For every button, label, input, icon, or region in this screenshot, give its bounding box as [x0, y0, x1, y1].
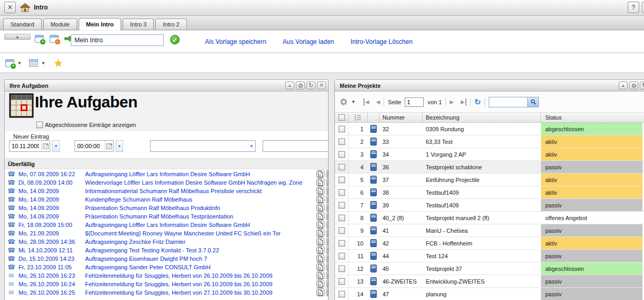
task-date-link[interactable]: Fr, 23.10.2009 11:05 [18, 264, 83, 270]
row-checkbox[interactable] [339, 126, 345, 132]
project-row[interactable]: 2 33 63,33 Test aktiv [335, 135, 644, 148]
project-book-icon[interactable] [368, 176, 379, 184]
collapse-toolbar-button[interactable]: ▲ [4, 34, 31, 40]
project-row[interactable]: 9 41 ManU - Chelsea passiv [335, 224, 644, 237]
task-date-link[interactable]: Mo, 26.10.2009 16:23 [18, 272, 83, 279]
task-document-action-icon[interactable]: x [316, 221, 324, 229]
task-date-link[interactable]: Mo, 26.10.2009 16:24 [18, 281, 83, 287]
task-description-link[interactable]: Auftragseingang Eisenhauer Dwight PM hoc… [85, 256, 207, 262]
task-document-action-icon[interactable]: x [316, 195, 324, 203]
task-document-action-icon-clipped[interactable]: x [326, 263, 329, 271]
task-date-link[interactable]: Mi, 14.10.2009 12:11 [18, 247, 83, 253]
task-document-action-icon[interactable]: x [316, 178, 324, 186]
task-document-action-icon-clipped[interactable]: x [326, 229, 329, 237]
row-checkbox[interactable] [339, 253, 345, 259]
project-row[interactable]: 6 38 Testlauf1409 aktiv [335, 186, 644, 199]
project-book-icon[interactable] [368, 290, 379, 298]
project-book-icon[interactable] [368, 138, 379, 146]
task-description-link[interactable]: Auftragseingang Löffler Lars Information… [85, 222, 250, 228]
task-description-link[interactable]: Auftragseingang Sander Peter CONSULT Gmb… [85, 264, 210, 270]
row-number-column-icon[interactable]: 123 [349, 113, 368, 122]
project-row[interactable]: 7 39 Testlauf1409 passiv [335, 199, 644, 212]
task-document-action-icon-clipped[interactable]: x [326, 254, 329, 262]
task-document-action-icon-clipped[interactable]: x [326, 288, 329, 296]
template-action-link[interactable]: Als Vorlage speichern [205, 38, 266, 46]
search-input[interactable] [489, 97, 527, 107]
task-date-link[interactable]: Mo, 14.09.2009 [18, 196, 83, 203]
task-date-link[interactable]: Mo, 14.09.2009 [18, 205, 83, 211]
new-portlet-menu-arrow-icon[interactable]: ▼ [17, 61, 22, 66]
panel-settings-gear-icon[interactable] [629, 81, 638, 89]
tab[interactable]: Standard [3, 19, 42, 30]
task-description-link[interactable]: Auftragseingang Löffler Lars Information… [85, 171, 250, 177]
project-book-icon[interactable] [368, 201, 379, 209]
task-date-link[interactable]: Mo, 21.09.2009 [18, 230, 83, 237]
row-checkbox[interactable] [339, 189, 345, 196]
project-row[interactable]: 12 45 Testprojekt 37 abgeschlossen [335, 262, 644, 275]
task-description-link[interactable]: Kundenpflege Schumann Ralf Möbelhaus [85, 196, 192, 203]
task-document-action-icon-clipped[interactable]: x [326, 170, 329, 178]
panel-collapse-icon[interactable]: ▲ [619, 81, 628, 89]
task-document-action-icon-clipped[interactable]: x [326, 246, 329, 254]
tab[interactable]: Intro 3 [123, 19, 154, 30]
row-checkbox[interactable] [339, 215, 345, 221]
task-document-action-icon[interactable]: x [316, 204, 324, 212]
project-book-icon[interactable] [368, 277, 379, 285]
tab[interactable]: Intro 2 [155, 19, 186, 30]
prev-page-icon[interactable]: ◀ [376, 98, 380, 106]
select-all-checkbox[interactable] [339, 114, 345, 121]
row-checkbox[interactable] [339, 266, 345, 272]
project-row[interactable]: 13 46-ZWEITES Entwicklung-ZWEITES passiv [335, 275, 644, 288]
row-checkbox[interactable] [339, 291, 345, 297]
favorites-star-icon[interactable]: ★ [54, 57, 63, 69]
panel-collapse-icon[interactable]: ▲ [285, 81, 294, 89]
tab[interactable]: Module [43, 19, 77, 30]
page-number-input[interactable] [405, 97, 424, 107]
task-date-link[interactable]: Mo, 14.09.2009 [18, 213, 83, 220]
home-button[interactable] [20, 3, 31, 13]
task-document-action-icon-clipped[interactable]: x [326, 238, 329, 246]
next-page-icon[interactable]: ▶ [450, 98, 454, 106]
project-book-icon[interactable] [368, 163, 379, 171]
row-checkbox[interactable] [339, 164, 345, 170]
row-checkbox[interactable] [339, 151, 345, 158]
row-checkbox[interactable] [339, 177, 345, 183]
task-description-link[interactable]: Wiedervorlage Löffler Lars Information D… [85, 179, 302, 186]
task-description-link[interactable]: Präsentation Schumann Ralf Möbelhaus Pro… [85, 205, 220, 211]
task-document-action-icon[interactable]: x [316, 238, 324, 246]
task-date-link[interactable]: Do, 15.10.2009 14:23 [18, 256, 83, 262]
help-button[interactable]: ? [628, 2, 639, 13]
task-document-action-icon[interactable]: x [316, 187, 324, 195]
category-select[interactable]: ▼ [150, 140, 256, 152]
refresh-table-icon[interactable]: ↻ [474, 98, 481, 106]
task-document-action-icon[interactable]: x [316, 212, 324, 220]
task-document-action-icon-clipped[interactable]: x [326, 178, 329, 186]
close-window-button[interactable]: × [4, 2, 16, 13]
entry-text-input[interactable] [263, 140, 329, 152]
date-input[interactable] [10, 141, 41, 151]
project-book-icon[interactable] [368, 150, 379, 158]
panel-refresh-icon[interactable]: ↻ [306, 81, 315, 89]
project-book-icon[interactable] [368, 239, 379, 247]
panel-settings-gear-icon[interactable] [296, 81, 305, 89]
search-icon[interactable] [527, 97, 538, 107]
task-description-link[interactable]: Informationsmaterial Schumann Ralf Möbel… [85, 188, 262, 194]
column-header-bezeichnung[interactable]: Bezeichnung [423, 113, 541, 122]
template-action-link[interactable]: Aus Vorlage laden [283, 38, 334, 46]
task-date-link[interactable]: Di, 08.09.2009 14:00 [18, 179, 83, 186]
project-row[interactable]: 10 42 FCB - Hoffenheim aktiv [335, 237, 644, 250]
category-select-arrow-icon[interactable]: ▼ [248, 140, 255, 152]
project-book-icon[interactable] [368, 226, 379, 234]
task-document-action-icon-clipped[interactable]: x [326, 280, 329, 288]
layout-grid-icon[interactable] [29, 59, 38, 67]
task-document-action-icon[interactable]: x [316, 170, 324, 178]
task-document-action-icon[interactable]: x [316, 263, 324, 271]
layout-menu-arrow-icon[interactable]: ▼ [41, 61, 45, 66]
project-book-icon[interactable] [368, 188, 379, 196]
time-calendar-icon[interactable] [105, 141, 113, 151]
task-document-action-icon-clipped[interactable]: x [326, 271, 329, 279]
task-date-link[interactable]: Mo, 14.09.2009 [18, 188, 83, 194]
task-description-link[interactable]: Fehlzeitenmeldung für Snuggles, Herbert … [85, 281, 273, 287]
task-description-link[interactable]: Auftragseingang Zeschke Fritz Daimler [85, 239, 185, 245]
task-date-link[interactable]: Mo, 26.10.2009 16:25 [18, 289, 83, 296]
